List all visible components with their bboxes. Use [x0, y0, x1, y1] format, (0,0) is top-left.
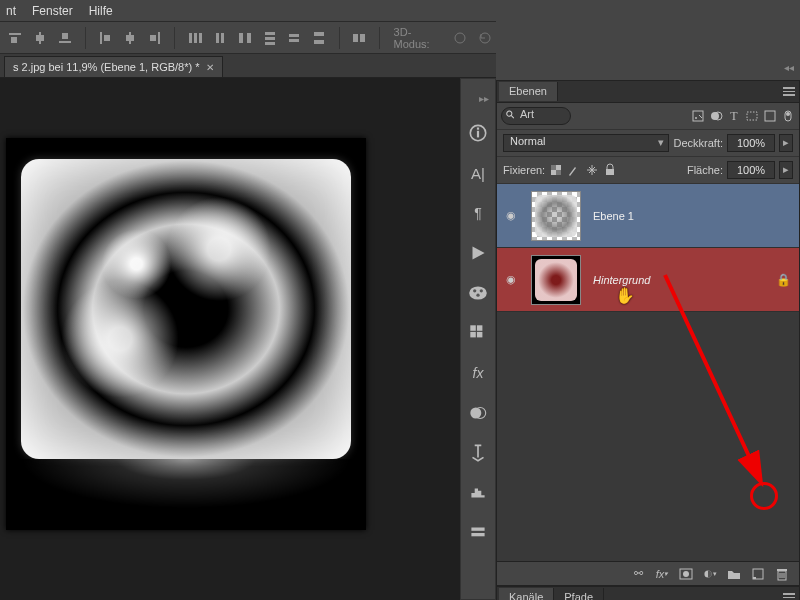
filter-toggle-icon[interactable] [781, 109, 795, 123]
actions-panel-icon[interactable] [467, 522, 489, 544]
svg-rect-11 [150, 35, 156, 41]
lock-label: Fixieren: [503, 164, 545, 176]
3d-mode-label: 3D-Modus: [394, 26, 445, 50]
lock-position-icon[interactable] [585, 163, 599, 177]
layers-tab[interactable]: Ebenen [499, 82, 558, 101]
svg-rect-0 [9, 33, 21, 35]
channels-tab[interactable]: Kanäle [499, 588, 554, 600]
3d-roll-icon[interactable] [475, 28, 494, 48]
svg-rect-27 [360, 34, 365, 42]
swatches-panel-icon[interactable] [467, 322, 489, 344]
adjustments-panel-icon[interactable] [467, 402, 489, 424]
opacity-slider-toggle[interactable]: ▸ [779, 134, 793, 152]
svg-rect-21 [265, 42, 275, 45]
svg-rect-3 [36, 35, 44, 41]
opacity-value[interactable]: 100% [727, 134, 775, 152]
color-panel-icon[interactable] [467, 282, 489, 304]
layer-thumbnail[interactable] [531, 255, 581, 305]
lock-icon[interactable]: 🔒 [776, 273, 791, 287]
fill-value[interactable]: 100% [727, 161, 775, 179]
svg-rect-24 [314, 32, 324, 36]
distribute-icon-6[interactable] [310, 28, 329, 48]
layer-group-icon[interactable] [727, 567, 741, 581]
close-icon[interactable]: ✕ [206, 62, 214, 73]
visibility-icon[interactable]: ◉ [503, 209, 519, 222]
svg-rect-19 [265, 32, 275, 35]
panel-dock: ▸▸ A| ¶ fx [460, 78, 496, 600]
3d-orbit-icon[interactable] [450, 28, 469, 48]
svg-point-35 [469, 286, 487, 299]
link-layers-icon[interactable]: ⚯ [631, 567, 645, 581]
svg-rect-41 [470, 332, 476, 338]
lock-transparency-icon[interactable] [549, 163, 563, 177]
distribute-icon-4[interactable] [260, 28, 279, 48]
svg-rect-1 [11, 37, 17, 43]
layer-row[interactable]: ◉ Ebene 1 [497, 184, 799, 248]
menu-hilfe[interactable]: Hilfe [89, 4, 113, 18]
layer-fx-icon[interactable]: fx▾ [655, 567, 669, 581]
panel-menu-icon[interactable] [783, 593, 795, 600]
distribute-icon-1[interactable] [185, 28, 204, 48]
lock-all-icon[interactable] [603, 163, 617, 177]
filter-smart-icon[interactable] [763, 109, 777, 123]
character-panel-icon[interactable]: A| [467, 162, 489, 184]
distribute-icon-3[interactable] [235, 28, 254, 48]
svg-rect-56 [551, 165, 556, 170]
layer-mask-icon[interactable] [679, 567, 693, 581]
menu-truncated[interactable]: nt [6, 4, 16, 18]
auto-align-icon[interactable] [350, 28, 369, 48]
layer-list: ◉ Ebene 1 ◉ Hintergrund 🔒 [497, 184, 799, 561]
svg-point-38 [476, 294, 479, 297]
fill-slider-toggle[interactable]: ▸ [779, 161, 793, 179]
blend-mode-select[interactable]: Normal [503, 134, 669, 152]
layers-panel-header: Ebenen [497, 81, 799, 103]
adjustment-layer-icon[interactable]: ▾ [703, 567, 717, 581]
filter-adjust-icon[interactable] [709, 109, 723, 123]
new-layer-icon[interactable] [751, 567, 765, 581]
canvas-area [0, 78, 460, 600]
svg-rect-5 [62, 33, 68, 39]
styles-panel-icon[interactable]: fx [467, 362, 489, 384]
align-icon-4[interactable] [96, 28, 115, 48]
play-panel-icon[interactable] [467, 242, 489, 264]
align-icon-5[interactable] [121, 28, 140, 48]
layer-name[interactable]: Hintergrund [593, 274, 776, 286]
svg-rect-7 [104, 35, 110, 41]
layer-thumbnail[interactable] [531, 191, 581, 241]
paths-tab[interactable]: Pfade [554, 588, 604, 600]
svg-rect-52 [765, 111, 775, 121]
collapse-panels-icon[interactable]: ◂◂ [784, 62, 794, 73]
navigator-panel-icon[interactable] [467, 442, 489, 464]
svg-point-36 [473, 289, 476, 292]
distribute-icon-5[interactable] [285, 28, 304, 48]
filter-type-icon[interactable]: T [727, 109, 741, 123]
align-icon-1[interactable] [6, 28, 25, 48]
panel-menu-icon[interactable] [783, 87, 795, 96]
expand-dock-icon[interactable]: ▸▸ [479, 93, 495, 104]
fill-label: Fläche: [687, 164, 723, 176]
svg-point-60 [683, 571, 689, 577]
layer-row[interactable]: ◉ Hintergrund 🔒 [497, 248, 799, 312]
svg-rect-16 [221, 33, 224, 43]
svg-rect-10 [158, 32, 160, 44]
paragraph-panel-icon[interactable]: ¶ [467, 202, 489, 224]
svg-point-48 [695, 117, 697, 119]
distribute-icon-2[interactable] [210, 28, 229, 48]
info-panel-icon[interactable] [467, 122, 489, 144]
histogram-panel-icon[interactable] [467, 482, 489, 504]
layer-filter-type[interactable]: Art [501, 107, 571, 125]
filter-shape-icon[interactable] [745, 109, 759, 123]
svg-rect-33 [477, 131, 479, 138]
layer-name[interactable]: Ebene 1 [593, 210, 791, 222]
delete-layer-icon[interactable] [775, 567, 789, 581]
filter-pixel-icon[interactable] [691, 109, 705, 123]
menu-fenster[interactable]: Fenster [32, 4, 73, 18]
align-icon-3[interactable] [56, 28, 75, 48]
document-tab[interactable]: s 2.jpg bei 11,9% (Ebene 1, RGB/8*) * ✕ [4, 56, 223, 77]
align-icon-6[interactable] [145, 28, 164, 48]
visibility-icon[interactable]: ◉ [503, 273, 519, 286]
lock-pixels-icon[interactable] [567, 163, 581, 177]
align-icon-2[interactable] [31, 28, 50, 48]
document-canvas[interactable] [6, 138, 366, 530]
channels-panel: Kanäle Pfade ◉ RGB Strg+2 [496, 586, 800, 600]
